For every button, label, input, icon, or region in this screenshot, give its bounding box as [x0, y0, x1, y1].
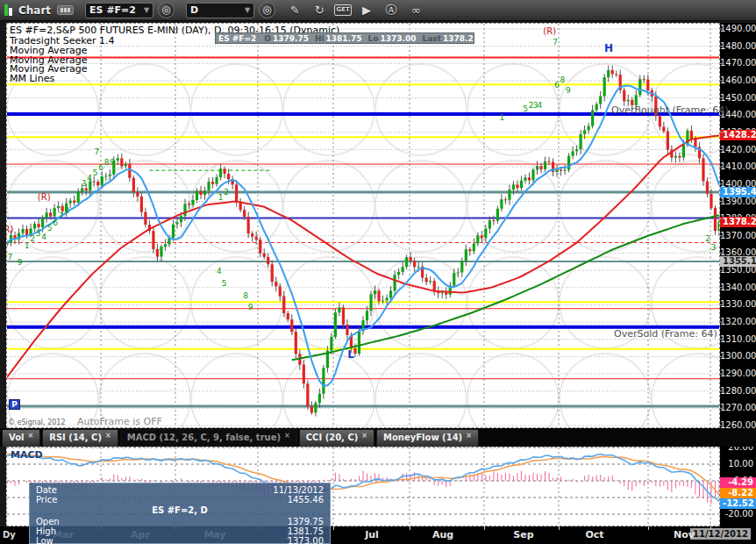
macd-tick-label: 10.00 [720, 460, 753, 469]
data-window-row: Low1373.00 [36, 536, 324, 544]
quote-field-value: 1379.75 [273, 34, 309, 43]
p-flag-badge: P [9, 399, 20, 410]
x-axis-tick [710, 526, 711, 530]
data-window-tooltip: Date11/13/2012Price1455.46 ES #F=2, D Op… [29, 483, 331, 544]
autoframe-status: AutoFrame is OFF [77, 416, 162, 427]
get-studies-icon[interactable]: GET [334, 4, 352, 16]
chart-toolbar: Chart ES #F=2 ▼ ◎ D ▼ ◎ ✎↻GET▶Ⓐ∞ [0, 0, 756, 21]
data-window-row: High1381.75 [36, 526, 324, 536]
price-tick-label: 1330.00 [720, 300, 753, 309]
price-tick-label: 1490.00 [720, 25, 753, 33]
price-tick-label: 1280.00 [720, 387, 753, 396]
study-tab[interactable]: MoneyFlow (14)× [376, 429, 479, 447]
quote-field-label: Last [422, 34, 440, 43]
x-axis-month-label: Oct [585, 529, 603, 540]
quote-field-label: Hi [315, 34, 325, 43]
price-tick-label: 1390.00 [720, 197, 753, 206]
data-window-row: Date11/13/2012 [36, 485, 324, 495]
price-tick-label: 1480.00 [720, 42, 753, 51]
x-axis-tick [484, 526, 485, 530]
oversold-label: OverSold (Frame: 64) [614, 328, 717, 340]
x-axis-month-label: Nov [674, 529, 695, 540]
quote-field-value: 1373.00 [380, 34, 416, 43]
interval-value: D [190, 4, 198, 16]
refresh-icon[interactable]: ↻ [310, 4, 329, 17]
price-tick-label: 1470.00 [720, 59, 753, 68]
auto-icon[interactable]: Ⓐ [382, 3, 401, 18]
price-tick-label: 1350.00 [720, 266, 753, 275]
chart-window: Chart ES #F=2 ▼ ◎ D ▼ ◎ ✎↻GET▶Ⓐ∞ 1490.00… [0, 0, 756, 544]
copyright-label: © eSignal, 2012 [8, 419, 65, 426]
interval-clock-button[interactable]: ◎ [259, 2, 275, 18]
x-axis-tick [410, 526, 410, 530]
study-tab[interactable]: MACD (12, 26, C, 9, false, true)× [120, 429, 297, 447]
macd-study-label: MACD [11, 449, 43, 461]
price-axis[interactable]: 1490.001480.001470.001460.001450.001440.… [720, 23, 756, 526]
price-tick-label: 1460.00 [720, 76, 753, 85]
macd-tick-label: -20.00 [720, 510, 753, 519]
study-tab[interactable]: Vol× [2, 429, 40, 447]
close-icon[interactable]: × [361, 432, 367, 440]
price-tick-label: 1300.00 [720, 352, 753, 361]
symbol-combobox[interactable]: ES #F=2 ▼ [85, 3, 153, 18]
study-tab-bar: Vol×RSI (14, C)×MACD (12, 26, C, 9, fals… [0, 428, 756, 447]
price-tick-label: 1290.00 [720, 369, 753, 378]
quote-symbol: ES #F=2 [218, 34, 256, 43]
last-date-badge: 11/12/2012 [690, 528, 751, 540]
price-badge: 1355.10 [720, 256, 756, 267]
x-axis-month-label: Jul [365, 529, 379, 540]
price-badge: 1428.23 [720, 130, 756, 140]
play-icon[interactable]: ▶ [357, 4, 376, 17]
price-tick-label: 1420.00 [720, 146, 753, 154]
price-tick-label: 1450.00 [720, 94, 753, 103]
price-tick-label: 1310.00 [720, 335, 753, 344]
quote-field-value: 1378.25 [443, 34, 474, 43]
layout-badge-icon[interactable] [57, 5, 74, 15]
symbol-value: ES #F=2 [89, 4, 136, 16]
price-tick-label: 1340.00 [720, 283, 753, 292]
chevron-down-icon: ▼ [245, 6, 250, 14]
window-title: Chart [18, 4, 51, 17]
macd-badge: -12.52 [720, 498, 756, 509]
overbought-label: OverBought (Frame: 64) [611, 104, 729, 116]
x-axis-month-label: Aug [432, 529, 453, 540]
macd-badge: -4.29 [720, 477, 756, 488]
data-window-symbol: ES #F=2, D [36, 505, 324, 517]
price-tick-label: 1410.00 [720, 162, 753, 171]
link-icon[interactable]: ∞ [406, 4, 425, 17]
pencil-icon[interactable]: ✎ [285, 4, 304, 17]
quote-field-label: Lo [368, 34, 379, 43]
x-axis-tick [333, 526, 334, 530]
x-axis-tick [559, 526, 560, 530]
quote-field-value: 1381.75 [326, 34, 362, 43]
close-icon[interactable]: × [466, 432, 472, 440]
x-axis-month-label: Sep [513, 529, 533, 540]
quote-bar[interactable]: ES #F=2 O1379.75Hi1381.75Lo1373.00Last13… [215, 32, 474, 44]
price-pane[interactable] [6, 23, 720, 428]
legend-item: MM Lines [10, 74, 54, 83]
close-icon[interactable]: × [105, 432, 111, 440]
data-window-row: Price1455.46 [36, 495, 324, 505]
symbol-lookup-button[interactable]: ◎ [158, 2, 175, 18]
price-tick-label: 1270.00 [720, 404, 753, 412]
study-tab[interactable]: RSI (14, C)× [42, 429, 118, 447]
price-badge: 1395.48 [720, 187, 756, 197]
study-tab[interactable]: CCI (20, C)× [299, 429, 374, 447]
price-badge: 1378.25 [720, 217, 756, 227]
price-tick-label: 1370.00 [720, 232, 753, 240]
macd-badge: -8.22 [720, 488, 756, 498]
quote-field-label: O [264, 34, 271, 43]
chevron-down-icon: ▼ [144, 6, 149, 14]
data-window-row: Open1379.75 [36, 517, 324, 526]
close-icon[interactable]: × [28, 432, 34, 440]
chart-window-icon [4, 4, 12, 16]
bottom-left-partial-text: Dy [3, 530, 16, 540]
x-axis-tick [648, 526, 649, 530]
price-tick-label: 1320.00 [720, 318, 753, 326]
close-icon[interactable]: × [284, 432, 290, 440]
interval-combobox[interactable]: D ▼ [186, 3, 254, 18]
